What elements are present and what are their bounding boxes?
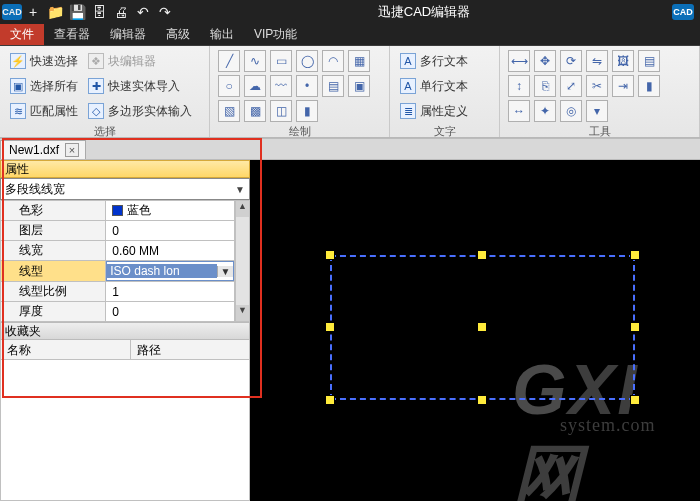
tab-viewer[interactable]: 查看器: [44, 24, 100, 45]
tab-vip[interactable]: VIP功能: [244, 24, 307, 45]
prop-row-thickness[interactable]: 厚度 0: [1, 302, 235, 322]
grip-br[interactable]: [630, 395, 640, 405]
quick-select-button[interactable]: ⚡快速选择: [8, 50, 80, 72]
tab-file[interactable]: 文件: [0, 24, 44, 45]
select-all-button[interactable]: ▣选择所有: [8, 75, 80, 97]
prop-row-color[interactable]: 色彩 蓝色: [1, 201, 235, 221]
block-editor-button: ❖块编辑器: [86, 50, 194, 72]
grip-mm[interactable]: [477, 322, 487, 332]
favorites-list[interactable]: [0, 360, 250, 501]
grip-tr[interactable]: [630, 250, 640, 260]
save-icon[interactable]: 💾: [66, 1, 88, 23]
prop-value-color[interactable]: 蓝色: [106, 201, 235, 221]
attrdef-button[interactable]: ≣属性定义: [398, 100, 470, 122]
draw-hatch-icon[interactable]: ▦: [348, 50, 370, 72]
draw-polyline-icon[interactable]: ∿: [244, 50, 266, 72]
explode-icon[interactable]: ✦: [534, 100, 556, 122]
linetype-input[interactable]: ISO dash lon: [107, 264, 217, 278]
prop-label: 线型: [1, 261, 106, 282]
draw-line-icon[interactable]: ╱: [218, 50, 240, 72]
grip-mr[interactable]: [630, 322, 640, 332]
tab-advanced[interactable]: 高级: [156, 24, 200, 45]
prop-row-layer[interactable]: 图层 0: [1, 221, 235, 241]
draw-arc-icon[interactable]: ◠: [322, 50, 344, 72]
scroll-up-icon[interactable]: ▲: [236, 201, 249, 217]
extend-icon[interactable]: ⇥: [612, 75, 634, 97]
draw-block-icon[interactable]: ▣: [348, 75, 370, 97]
fav-col-path[interactable]: 路径: [131, 340, 167, 359]
rotate-icon[interactable]: ⟳: [560, 50, 582, 72]
draw-fill-icon[interactable]: ▮: [296, 100, 318, 122]
tab-editor[interactable]: 编辑器: [100, 24, 156, 45]
grip-tm[interactable]: [477, 250, 487, 260]
scale-icon[interactable]: ⤢: [560, 75, 582, 97]
group-caption-select: 选择: [8, 122, 201, 138]
close-tab-icon[interactable]: ×: [65, 143, 79, 157]
fav-col-name[interactable]: 名称: [1, 340, 131, 359]
app-logo-icon[interactable]: CAD: [2, 4, 22, 20]
dim2-icon[interactable]: ↕: [508, 75, 530, 97]
grip-bl[interactable]: [325, 395, 335, 405]
draw-region-icon[interactable]: ◫: [270, 100, 292, 122]
properties-scrollbar[interactable]: ▲ ▼: [235, 200, 250, 322]
copy-icon[interactable]: ⎘: [534, 75, 556, 97]
grip-bm[interactable]: [477, 395, 487, 405]
trim-icon[interactable]: ✂: [586, 75, 608, 97]
prop-row-ltscale[interactable]: 线型比例 1: [1, 282, 235, 302]
new-icon[interactable]: +: [22, 1, 44, 23]
ribbon: ⚡快速选择 ▣选择所有 ≋匹配属性 ❖块编辑器 ✚快速实体导入 ◇多边形实体输入…: [0, 46, 700, 138]
scroll-track[interactable]: [236, 217, 249, 305]
singleline-text-button[interactable]: A单行文本: [398, 75, 470, 97]
dim-icon[interactable]: ⟷: [508, 50, 530, 72]
polygon-entity-input-button[interactable]: ◇多边形实体输入: [86, 100, 194, 122]
grip-tl[interactable]: [325, 250, 335, 260]
open-icon[interactable]: 📁: [44, 1, 66, 23]
window-title: 迅捷CAD编辑器: [176, 3, 672, 21]
draw-point-icon[interactable]: •: [296, 75, 318, 97]
draw-ellipse-icon[interactable]: ◯: [296, 50, 318, 72]
block-editor-icon: ❖: [88, 53, 104, 69]
offset-icon[interactable]: ◎: [560, 100, 582, 122]
redo-icon[interactable]: ↷: [154, 1, 176, 23]
prop-value-ltscale[interactable]: 1: [106, 282, 235, 302]
insert-image-icon[interactable]: 🖼: [612, 50, 634, 72]
prop-value-linetype[interactable]: ISO dash lon ▼: [106, 261, 235, 282]
scroll-down-icon[interactable]: ▼: [236, 305, 249, 321]
color-icon[interactable]: ▮: [638, 75, 660, 97]
match-props-button[interactable]: ≋匹配属性: [8, 100, 80, 122]
draw-image-icon[interactable]: ▧: [218, 100, 240, 122]
grip-ml[interactable]: [325, 322, 335, 332]
draw-rect-icon[interactable]: ▭: [270, 50, 292, 72]
multiline-text-button[interactable]: A多行文本: [398, 50, 470, 72]
properties-header[interactable]: 属性: [0, 160, 250, 178]
draw-table-icon[interactable]: ▤: [322, 75, 344, 97]
undo-icon[interactable]: ↶: [132, 1, 154, 23]
prop-value-lineweight[interactable]: 0.60 MM: [106, 241, 235, 261]
saveall-icon[interactable]: 🗄: [88, 1, 110, 23]
draw-cloud-icon[interactable]: ☁: [244, 75, 266, 97]
mirror-icon[interactable]: ⇋: [586, 50, 608, 72]
attrdef-icon: ≣: [400, 103, 416, 119]
ribbon-group-draw: ╱ ∿ ▭ ◯ ◠ ▦ ○ ☁ 〰 • ▤ ▣: [210, 46, 390, 137]
draw-hatch2-icon[interactable]: ▩: [244, 100, 266, 122]
draw-spline-icon[interactable]: 〰: [270, 75, 292, 97]
document-tab[interactable]: New1.dxf ×: [0, 140, 86, 159]
prop-row-linetype[interactable]: 线型 ISO dash lon ▼: [1, 261, 235, 282]
layers-icon[interactable]: ▤: [638, 50, 660, 72]
tab-output[interactable]: 输出: [200, 24, 244, 45]
print-icon[interactable]: 🖨: [110, 1, 132, 23]
quick-entity-import-button[interactable]: ✚快速实体导入: [86, 75, 194, 97]
quick-entity-import-icon: ✚: [88, 78, 104, 94]
dim3-icon[interactable]: ↔: [508, 100, 530, 122]
draw-circle-icon[interactable]: ○: [218, 75, 240, 97]
prop-value-thickness[interactable]: 0: [106, 302, 235, 322]
more-icon[interactable]: ▾: [586, 100, 608, 122]
document-tab-label: New1.dxf: [9, 143, 59, 157]
favorites-header[interactable]: 收藏夹: [0, 322, 250, 340]
drawing-canvas[interactable]: GXI 网 system.com: [250, 160, 700, 501]
prop-value-layer[interactable]: 0: [106, 221, 235, 241]
move-icon[interactable]: ✥: [534, 50, 556, 72]
prop-row-lineweight[interactable]: 线宽 0.60 MM: [1, 241, 235, 261]
object-type-selector[interactable]: 多段线线宽 ▼: [0, 178, 250, 200]
linetype-dropdown-icon[interactable]: ▼: [217, 266, 233, 277]
